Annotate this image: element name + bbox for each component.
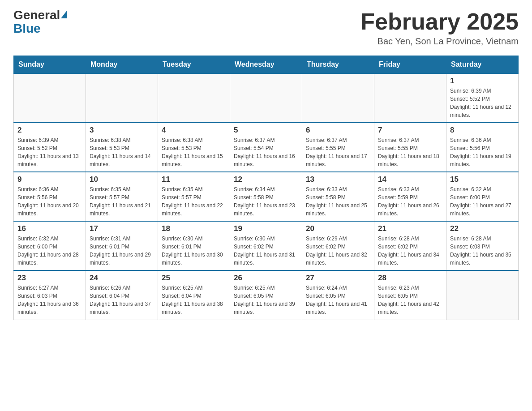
day-number: 28 [378, 274, 442, 283]
day-number: 5 [234, 126, 298, 135]
day-number: 16 [17, 224, 82, 233]
day-info: Sunrise: 6:34 AM Sunset: 5:58 PM Dayligh… [234, 185, 298, 218]
title-block: February 2025 Bac Yen, Son La Province, … [360, 9, 519, 47]
location-subtitle: Bac Yen, Son La Province, Vietnam [360, 36, 519, 47]
calendar-cell: 20Sunrise: 6:29 AM Sunset: 6:02 PM Dayli… [302, 221, 374, 270]
logo: General Blue [13, 9, 68, 36]
calendar-cell: 21Sunrise: 6:28 AM Sunset: 6:02 PM Dayli… [374, 221, 446, 270]
day-info: Sunrise: 6:26 AM Sunset: 6:04 PM Dayligh… [90, 284, 154, 316]
day-header-wednesday: Wednesday [230, 56, 302, 74]
calendar-table: SundayMondayTuesdayWednesdayThursdayFrid… [13, 56, 519, 320]
day-info: Sunrise: 6:28 AM Sunset: 6:03 PM Dayligh… [450, 235, 515, 267]
day-number: 10 [90, 175, 154, 184]
day-header-tuesday: Tuesday [158, 56, 230, 74]
calendar-cell: 8Sunrise: 6:36 AM Sunset: 5:56 PM Daylig… [446, 123, 519, 172]
calendar-cell: 28Sunrise: 6:23 AM Sunset: 6:05 PM Dayli… [374, 270, 446, 320]
calendar-cell: 10Sunrise: 6:35 AM Sunset: 5:57 PM Dayli… [86, 172, 158, 221]
calendar-cell: 5Sunrise: 6:37 AM Sunset: 5:54 PM Daylig… [230, 123, 302, 172]
calendar-cell [302, 73, 374, 123]
day-header-sunday: Sunday [14, 56, 86, 74]
calendar-cell: 6Sunrise: 6:37 AM Sunset: 5:55 PM Daylig… [302, 123, 374, 172]
day-number: 17 [90, 224, 154, 233]
calendar-cell: 4Sunrise: 6:38 AM Sunset: 5:53 PM Daylig… [158, 123, 230, 172]
day-number: 9 [17, 175, 82, 184]
day-number: 13 [306, 175, 370, 184]
day-number: 27 [306, 274, 370, 283]
calendar-cell: 7Sunrise: 6:37 AM Sunset: 5:55 PM Daylig… [374, 123, 446, 172]
day-number: 15 [450, 175, 515, 184]
calendar-cell: 11Sunrise: 6:35 AM Sunset: 5:57 PM Dayli… [158, 172, 230, 221]
calendar-cell: 9Sunrise: 6:36 AM Sunset: 5:56 PM Daylig… [14, 172, 86, 221]
day-number: 21 [378, 224, 442, 233]
day-info: Sunrise: 6:35 AM Sunset: 5:57 PM Dayligh… [90, 185, 154, 218]
day-info: Sunrise: 6:31 AM Sunset: 6:01 PM Dayligh… [90, 235, 154, 267]
day-number: 22 [450, 224, 515, 233]
calendar-cell: 18Sunrise: 6:30 AM Sunset: 6:01 PM Dayli… [158, 221, 230, 270]
days-of-week-row: SundayMondayTuesdayWednesdayThursdayFrid… [14, 56, 519, 74]
calendar-cell: 26Sunrise: 6:25 AM Sunset: 6:05 PM Dayli… [230, 270, 302, 320]
day-info: Sunrise: 6:36 AM Sunset: 5:56 PM Dayligh… [17, 185, 82, 218]
month-title: February 2025 [360, 9, 519, 34]
day-info: Sunrise: 6:32 AM Sunset: 6:00 PM Dayligh… [17, 235, 82, 267]
calendar-cell: 12Sunrise: 6:34 AM Sunset: 5:58 PM Dayli… [230, 172, 302, 221]
day-number: 1 [450, 77, 515, 86]
calendar-cell: 1Sunrise: 6:39 AM Sunset: 5:52 PM Daylig… [446, 73, 519, 123]
calendar-week-5: 23Sunrise: 6:27 AM Sunset: 6:03 PM Dayli… [14, 270, 519, 320]
day-info: Sunrise: 6:37 AM Sunset: 5:54 PM Dayligh… [234, 136, 298, 168]
day-info: Sunrise: 6:37 AM Sunset: 5:55 PM Dayligh… [306, 136, 370, 168]
day-number: 18 [162, 224, 226, 233]
calendar-cell: 24Sunrise: 6:26 AM Sunset: 6:04 PM Dayli… [86, 270, 158, 320]
day-info: Sunrise: 6:38 AM Sunset: 5:53 PM Dayligh… [90, 136, 154, 168]
day-info: Sunrise: 6:30 AM Sunset: 6:01 PM Dayligh… [162, 235, 226, 267]
calendar-cell: 19Sunrise: 6:30 AM Sunset: 6:02 PM Dayli… [230, 221, 302, 270]
day-info: Sunrise: 6:39 AM Sunset: 5:52 PM Dayligh… [450, 87, 515, 119]
day-number: 11 [162, 175, 226, 184]
calendar-cell [374, 73, 446, 123]
day-number: 14 [378, 175, 442, 184]
day-number: 19 [234, 224, 298, 233]
day-number: 25 [162, 274, 226, 283]
calendar-cell [86, 73, 158, 123]
logo-blue-text: Blue [13, 21, 41, 36]
day-header-monday: Monday [86, 56, 158, 74]
calendar-cell: 14Sunrise: 6:33 AM Sunset: 5:59 PM Dayli… [374, 172, 446, 221]
day-number: 12 [234, 175, 298, 184]
day-header-thursday: Thursday [302, 56, 374, 74]
day-number: 2 [17, 126, 82, 135]
calendar-cell: 3Sunrise: 6:38 AM Sunset: 5:53 PM Daylig… [86, 123, 158, 172]
day-info: Sunrise: 6:39 AM Sunset: 5:52 PM Dayligh… [17, 136, 82, 168]
calendar-body: 1Sunrise: 6:39 AM Sunset: 5:52 PM Daylig… [14, 73, 519, 320]
day-info: Sunrise: 6:36 AM Sunset: 5:56 PM Dayligh… [450, 136, 515, 168]
calendar-cell: 15Sunrise: 6:32 AM Sunset: 6:00 PM Dayli… [446, 172, 519, 221]
day-number: 7 [378, 126, 442, 135]
day-info: Sunrise: 6:23 AM Sunset: 6:05 PM Dayligh… [378, 284, 442, 316]
calendar-cell: 16Sunrise: 6:32 AM Sunset: 6:00 PM Dayli… [14, 221, 86, 270]
calendar-cell [446, 270, 519, 320]
calendar-cell [14, 73, 86, 123]
day-info: Sunrise: 6:29 AM Sunset: 6:02 PM Dayligh… [306, 235, 370, 267]
calendar-cell [158, 73, 230, 123]
calendar-cell: 17Sunrise: 6:31 AM Sunset: 6:01 PM Dayli… [86, 221, 158, 270]
day-info: Sunrise: 6:33 AM Sunset: 5:58 PM Dayligh… [306, 185, 370, 218]
calendar-week-3: 9Sunrise: 6:36 AM Sunset: 5:56 PM Daylig… [14, 172, 519, 221]
calendar-week-2: 2Sunrise: 6:39 AM Sunset: 5:52 PM Daylig… [14, 123, 519, 172]
calendar-week-1: 1Sunrise: 6:39 AM Sunset: 5:52 PM Daylig… [14, 73, 519, 123]
day-number: 26 [234, 274, 298, 283]
day-number: 4 [162, 126, 226, 135]
calendar-cell: 23Sunrise: 6:27 AM Sunset: 6:03 PM Dayli… [14, 270, 86, 320]
day-info: Sunrise: 6:37 AM Sunset: 5:55 PM Dayligh… [378, 136, 442, 168]
day-info: Sunrise: 6:25 AM Sunset: 6:05 PM Dayligh… [234, 284, 298, 316]
day-info: Sunrise: 6:25 AM Sunset: 6:04 PM Dayligh… [162, 284, 226, 316]
day-number: 6 [306, 126, 370, 135]
day-info: Sunrise: 6:30 AM Sunset: 6:02 PM Dayligh… [234, 235, 298, 267]
day-info: Sunrise: 6:27 AM Sunset: 6:03 PM Dayligh… [17, 284, 82, 316]
calendar-header: SundayMondayTuesdayWednesdayThursdayFrid… [14, 56, 519, 74]
day-number: 8 [450, 126, 515, 135]
day-number: 20 [306, 224, 370, 233]
calendar-cell: 25Sunrise: 6:25 AM Sunset: 6:04 PM Dayli… [158, 270, 230, 320]
day-info: Sunrise: 6:35 AM Sunset: 5:57 PM Dayligh… [162, 185, 226, 218]
logo-triangle-icon [61, 10, 67, 18]
calendar-cell: 22Sunrise: 6:28 AM Sunset: 6:03 PM Dayli… [446, 221, 519, 270]
day-number: 23 [17, 274, 82, 283]
day-info: Sunrise: 6:24 AM Sunset: 6:05 PM Dayligh… [306, 284, 370, 316]
